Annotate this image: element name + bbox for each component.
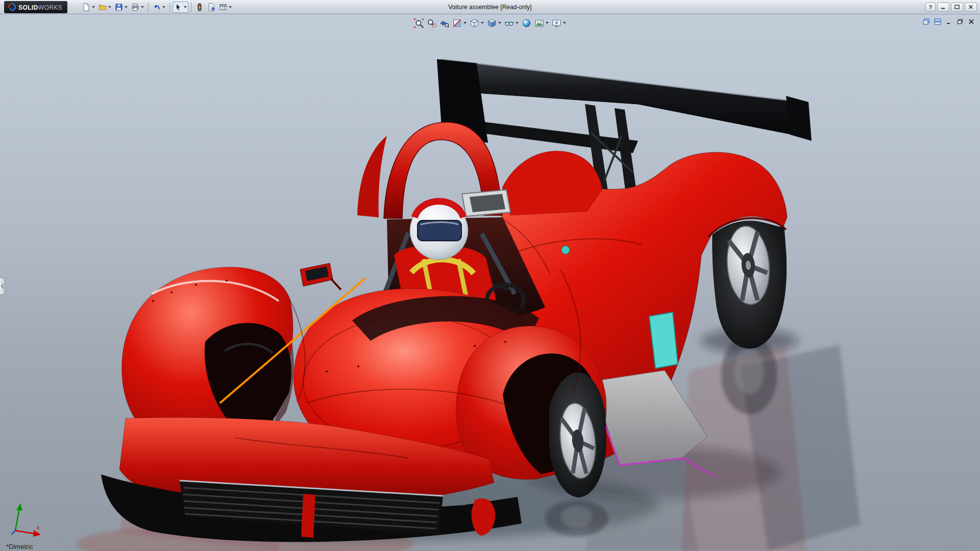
zoom-to-area-icon (427, 18, 436, 28)
print-icon (131, 3, 139, 11)
cockpit-sensor (561, 246, 570, 254)
headrest-fairing (502, 151, 602, 215)
cascade-windows-button[interactable] (921, 17, 931, 26)
previous-view-icon (439, 18, 449, 28)
help-button[interactable]: ? (925, 3, 936, 12)
section-view-button[interactable] (451, 17, 468, 29)
dropdown-caret[interactable] (125, 6, 128, 8)
orientation-triad: x (7, 502, 46, 538)
print-button[interactable] (130, 2, 145, 13)
hide-show-items-icon (504, 18, 514, 28)
maximize-button[interactable] (951, 3, 963, 12)
display-style-icon (487, 18, 497, 28)
hide-show-items-button[interactable] (503, 17, 520, 29)
select-cursor-icon (174, 3, 182, 11)
zoom-to-fit-button[interactable] (413, 17, 425, 29)
new-document-button[interactable] (81, 2, 96, 13)
dropdown-caret[interactable] (481, 22, 484, 24)
dropdown-caret[interactable] (229, 6, 232, 8)
dropdown-caret[interactable] (162, 6, 165, 8)
chevron-left-icon (1, 284, 4, 288)
cascade-windows-icon (923, 18, 930, 25)
solidworks-logo: SOLIDWORKS (4, 1, 67, 13)
undo-button[interactable] (151, 2, 167, 13)
save-button[interactable] (113, 2, 129, 13)
minimize-icon (941, 5, 946, 9)
close-icon (968, 19, 974, 24)
dassault-systemes-logo-icon (7, 3, 16, 11)
toolbar-separator (169, 2, 170, 12)
options-button[interactable] (217, 2, 233, 13)
model-3d-view[interactable] (0, 14, 980, 551)
rebuild-icon (195, 3, 204, 11)
close-button[interactable] (965, 3, 977, 12)
view-orientation-label: *Dimetric (6, 543, 33, 550)
edit-appearance-button[interactable] (521, 17, 532, 29)
triad-x-label: x (37, 524, 40, 531)
open-button[interactable] (97, 2, 113, 13)
minimize-icon (946, 19, 952, 24)
toolbar-separator (191, 2, 191, 12)
options-icon (219, 3, 227, 11)
view-orientation-cube-icon (470, 18, 479, 28)
section-view-icon (452, 18, 462, 28)
dropdown-caret[interactable] (463, 22, 467, 24)
toolbar-separator (148, 2, 149, 12)
dropdown-caret[interactable] (141, 6, 144, 8)
window-controls: ? (925, 3, 977, 12)
tile-windows-icon (934, 18, 941, 25)
view-settings-icon (552, 18, 561, 28)
new-document-icon (82, 3, 90, 11)
dropdown-caret[interactable] (546, 22, 549, 24)
file-properties-icon (207, 3, 215, 11)
heads-up-view-toolbar (413, 17, 567, 29)
brand-name-light: WORKS (38, 4, 62, 11)
view-orientation-button[interactable] (469, 17, 485, 29)
featuremanager-splitter-tab[interactable] (0, 278, 5, 295)
display-style-button[interactable] (486, 17, 502, 29)
side-mirror[interactable] (300, 263, 341, 290)
zoom-to-area-button[interactable] (426, 17, 437, 29)
dropdown-caret[interactable] (184, 6, 187, 8)
dropdown-caret[interactable] (108, 6, 111, 8)
restore-document-button[interactable] (955, 17, 965, 26)
title-bar: SOLIDWORKS (0, 0, 980, 14)
select-button[interactable] (173, 2, 188, 13)
tile-windows-button[interactable] (933, 17, 942, 26)
view-settings-button[interactable] (551, 17, 567, 29)
save-icon (115, 3, 123, 11)
apply-scene-icon (534, 18, 544, 28)
restore-icon (957, 19, 963, 24)
main-toolbar (81, 2, 233, 13)
rear-right-wheel[interactable] (708, 218, 787, 348)
minimize-button[interactable] (937, 3, 949, 12)
previous-view-button[interactable] (438, 17, 450, 29)
brand-name-bold: SOLID (18, 4, 38, 11)
file-properties-button[interactable] (206, 2, 217, 13)
front-right-wheel[interactable] (549, 372, 606, 497)
dropdown-caret[interactable] (563, 22, 566, 24)
dropdown-caret[interactable] (92, 6, 95, 8)
apply-scene-button[interactable] (533, 17, 550, 29)
open-folder-icon (99, 3, 107, 11)
close-document-button[interactable] (966, 17, 976, 26)
left-body-wedge (357, 136, 387, 217)
maximize-icon (954, 5, 960, 9)
edit-appearance-sphere-icon (522, 18, 531, 28)
undo-icon (153, 3, 161, 11)
close-icon (968, 5, 973, 9)
document-window-controls (921, 17, 976, 26)
solidworks-window: SOLIDWORKS (0, 0, 980, 551)
minimize-document-button[interactable] (944, 17, 953, 26)
deck-intake-opening (470, 194, 505, 212)
rebuild-button[interactable] (194, 2, 205, 13)
dropdown-caret[interactable] (498, 22, 501, 24)
graphics-viewport[interactable]: x *Dimetric (0, 14, 980, 551)
nose-pylon (301, 494, 315, 538)
dropdown-caret[interactable] (516, 22, 519, 24)
zoom-to-fit-icon (414, 18, 424, 28)
